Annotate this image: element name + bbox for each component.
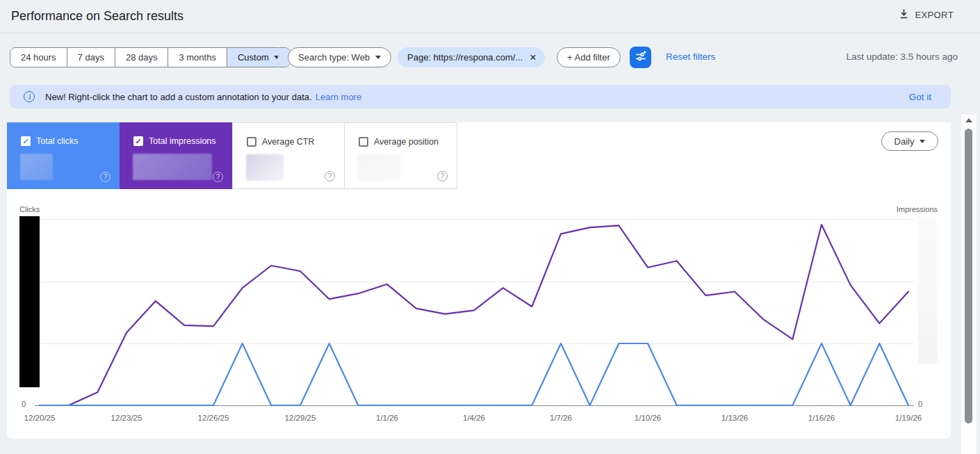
metric-tiles: ✓Total clicks?✓Total impressions?Average… <box>7 122 457 189</box>
x-tick-label: 12/29/25 <box>285 414 316 422</box>
x-tick-label: 1/7/26 <box>550 414 572 422</box>
unchecked-checkbox[interactable] <box>359 137 368 147</box>
left-axis-values-redacted <box>19 216 40 387</box>
add-filter-label: + Add filter <box>567 52 610 63</box>
clicks-line <box>40 343 908 405</box>
tile-label: Average CTR <box>262 137 315 147</box>
close-icon[interactable]: × <box>530 52 536 63</box>
tune-filter-icon <box>635 50 647 65</box>
checked-checkbox[interactable]: ✓ <box>133 136 143 146</box>
filter-settings-button[interactable] <box>630 47 651 68</box>
tile-label: Average position <box>374 137 439 147</box>
page-filter-chip[interactable]: Page: https://respona.com/... × <box>398 47 545 67</box>
tile-label: Total impressions <box>149 136 216 146</box>
filter-bar: 24 hours7 days28 days3 monthsCustom Sear… <box>0 33 980 81</box>
x-tick-label: 1/16/26 <box>808 414 835 422</box>
help-icon[interactable]: ? <box>437 171 448 181</box>
got-it-button[interactable]: Got it <box>909 92 931 102</box>
banner-message: New! Right-click the chart to add a cust… <box>45 92 312 102</box>
app-header: Performance on Search results EXPORT <box>0 0 980 33</box>
x-tick-label: 12/23/25 <box>111 414 142 422</box>
date-range-3-months[interactable]: 3 months <box>168 48 227 67</box>
reset-filters-link[interactable]: Reset filters <box>666 51 715 62</box>
performance-card: ✓Total clicks?✓Total impressions?Average… <box>7 122 951 439</box>
blurred-metric-value <box>246 154 284 181</box>
x-axis-labels: 12/20/2512/23/2512/26/2512/29/251/1/261/… <box>7 414 951 425</box>
scrollbar-up-arrow-icon[interactable] <box>965 118 972 122</box>
custom-label: Custom <box>238 52 269 63</box>
tile-label: Total clicks <box>36 136 78 146</box>
metric-tile-average-position[interactable]: Average position? <box>345 122 457 189</box>
learn-more-link[interactable]: Learn more <box>316 92 361 102</box>
unchecked-checkbox[interactable] <box>247 137 256 147</box>
help-icon[interactable]: ? <box>325 171 335 181</box>
search-type-dropdown[interactable]: Search type: Web <box>288 47 391 67</box>
granularity-label: Daily <box>895 136 915 147</box>
left-axis-title: Clicks <box>19 205 40 213</box>
granularity-dropdown[interactable]: Daily <box>881 131 938 151</box>
annotation-banner: i New! Right-click the chart to add a cu… <box>10 85 951 108</box>
divider <box>278 47 279 67</box>
x-tick-label: 1/13/26 <box>721 414 748 422</box>
export-button[interactable]: EXPORT <box>899 8 954 22</box>
performance-chart[interactable] <box>35 216 914 407</box>
help-icon[interactable]: ? <box>100 172 111 182</box>
page-filter-label: Page: https://respona.com/... <box>407 52 523 63</box>
help-icon[interactable]: ? <box>213 172 223 182</box>
x-tick-label: 12/26/25 <box>198 414 229 422</box>
metric-tile-average-ctr[interactable]: Average CTR? <box>232 122 345 189</box>
x-tick-label: 12/20/25 <box>24 414 56 422</box>
date-range-7-days[interactable]: 7 days <box>67 48 115 67</box>
blurred-metric-value <box>20 154 53 180</box>
export-label: EXPORT <box>915 10 954 20</box>
date-range-24-hours[interactable]: 24 hours <box>10 48 67 67</box>
right-axis-zero: 0 <box>918 400 922 408</box>
scrollbar[interactable] <box>961 115 977 454</box>
x-tick-label: 1/19/26 <box>895 414 922 422</box>
right-axis-title: Impressions <box>897 205 938 213</box>
chevron-down-icon <box>920 140 925 143</box>
page-title: Performance on Search results <box>11 9 183 24</box>
search-type-label: Search type: Web <box>298 52 370 63</box>
checked-checkbox[interactable]: ✓ <box>21 136 31 146</box>
right-axis-values-redacted <box>918 216 937 364</box>
info-icon: i <box>24 91 35 102</box>
metric-tile-total-impressions[interactable]: ✓Total impressions? <box>120 122 232 189</box>
date-range-custom[interactable]: Custom <box>227 48 290 67</box>
x-tick-label: 1/4/26 <box>463 414 485 422</box>
blurred-metric-value <box>133 154 212 180</box>
x-tick-label: 1/1/26 <box>376 414 398 422</box>
add-filter-button[interactable]: + Add filter <box>557 47 621 67</box>
download-icon <box>899 8 909 22</box>
chevron-down-icon <box>375 56 381 59</box>
last-update-text: Last update: 3.5 hours ago <box>846 51 958 62</box>
blurred-metric-value <box>358 154 401 181</box>
scrollbar-thumb[interactable] <box>965 129 972 423</box>
left-axis-zero: 0 <box>22 400 26 408</box>
date-range-group: 24 hours7 days28 days3 monthsCustom <box>10 47 291 67</box>
impressions-line <box>40 225 908 405</box>
date-range-28-days[interactable]: 28 days <box>115 48 169 67</box>
metric-tile-total-clicks[interactable]: ✓Total clicks? <box>7 122 120 189</box>
x-tick-label: 1/10/26 <box>635 414 661 422</box>
